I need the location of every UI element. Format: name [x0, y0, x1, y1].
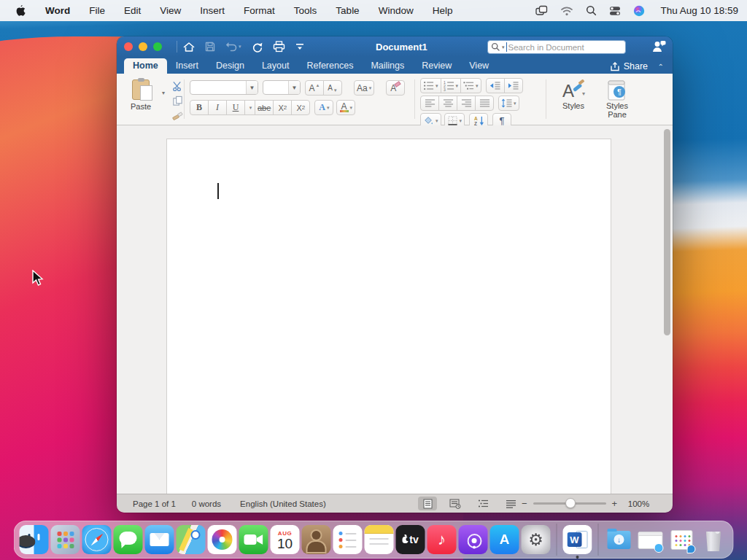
spotlight-search-icon[interactable]: [586, 5, 597, 16]
dock-word[interactable]: W: [563, 525, 592, 554]
font-name-dropdown-arrow[interactable]: ▼: [246, 81, 258, 94]
dock-trash[interactable]: [699, 525, 728, 554]
toolbar-more-icon[interactable]: [295, 42, 304, 51]
collapse-ribbon-chevron[interactable]: ⌃: [658, 63, 664, 71]
styles-pane-button[interactable]: ¶ Styles Pane: [598, 79, 636, 119]
superscript-button[interactable]: X2: [291, 100, 310, 115]
menu-app-word[interactable]: Word: [36, 5, 80, 16]
paste-button[interactable]: Paste: [124, 79, 158, 111]
dock-photos[interactable]: [208, 525, 237, 554]
tab-references[interactable]: References: [298, 58, 362, 74]
clear-formatting-button[interactable]: A: [386, 80, 405, 96]
dock-launchpad[interactable]: [51, 525, 80, 554]
page-count[interactable]: Page 1 of 1: [133, 499, 176, 508]
tab-layout[interactable]: Layout: [253, 58, 298, 74]
apple-menu[interactable]: [9, 5, 36, 17]
increase-indent-button[interactable]: [504, 78, 523, 93]
document-area[interactable]: [117, 125, 673, 494]
dock-contacts[interactable]: [302, 525, 331, 554]
align-right-button[interactable]: [457, 96, 476, 111]
numbering-button[interactable]: 123 ▾: [441, 78, 462, 93]
shrink-font-button[interactable]: A▼: [323, 80, 342, 96]
subscript-button[interactable]: X2: [273, 100, 292, 115]
tab-home[interactable]: Home: [124, 58, 167, 74]
tab-design[interactable]: Design: [207, 58, 253, 74]
underline-button[interactable]: U: [226, 100, 245, 115]
close-button[interactable]: [124, 42, 133, 51]
font-size-dropdown-arrow[interactable]: ▼: [288, 81, 300, 94]
menu-clock[interactable]: Thu Aug 10 18:59: [657, 5, 738, 16]
dock-mail[interactable]: [145, 525, 174, 554]
tab-view[interactable]: View: [460, 58, 498, 74]
print-layout-view-button[interactable]: [418, 497, 437, 510]
window-tile-icon[interactable]: [535, 5, 548, 16]
share-button[interactable]: Share: [610, 61, 648, 71]
format-painter-icon[interactable]: [172, 110, 183, 121]
grow-font-button[interactable]: A▲: [305, 80, 324, 96]
dock-safari[interactable]: [82, 525, 112, 554]
print-icon[interactable]: [273, 41, 285, 52]
dock-music[interactable]: ♪: [427, 525, 457, 554]
dock-downloads-folder[interactable]: ↓: [605, 525, 634, 554]
zoom-slider-thumb[interactable]: [565, 498, 576, 508]
bullets-button[interactable]: ▾: [420, 78, 441, 93]
zoom-in-button[interactable]: +: [612, 498, 618, 509]
zoom-slider[interactable]: [533, 502, 606, 505]
cut-icon[interactable]: [172, 81, 183, 92]
wifi-icon[interactable]: [560, 6, 573, 16]
justify-button[interactable]: [475, 96, 494, 111]
siri-icon[interactable]: [633, 5, 645, 17]
text-effects-button[interactable]: A▾: [314, 100, 333, 115]
copy-icon[interactable]: [172, 96, 183, 106]
search-input[interactable]: [508, 43, 611, 52]
menu-table[interactable]: Table: [326, 5, 368, 16]
menu-format[interactable]: Format: [234, 5, 285, 16]
web-layout-view-button[interactable]: [446, 497, 465, 510]
menu-help[interactable]: Help: [423, 5, 462, 16]
font-size-combobox[interactable]: ▼: [263, 80, 301, 95]
vertical-scrollbar[interactable]: [664, 129, 670, 335]
menu-edit[interactable]: Edit: [115, 5, 150, 16]
dock-system-preferences[interactable]: ⚙: [522, 525, 551, 554]
dock-reminders[interactable]: [333, 525, 363, 554]
dock-maps[interactable]: [177, 525, 206, 554]
strikethrough-button[interactable]: abe: [255, 100, 274, 115]
paste-dropdown-arrow[interactable]: ▾: [162, 90, 165, 96]
draft-view-button[interactable]: [501, 497, 520, 510]
tab-insert[interactable]: Insert: [167, 58, 207, 74]
decrease-indent-button[interactable]: [486, 78, 505, 93]
undo-button[interactable]: ▾: [225, 42, 241, 52]
line-spacing-button[interactable]: ▾: [498, 96, 519, 111]
dock-calendar[interactable]: AUG 10: [271, 525, 300, 554]
control-center-icon[interactable]: [609, 6, 621, 16]
zoom-out-button[interactable]: −: [522, 498, 527, 509]
menu-tools[interactable]: Tools: [285, 5, 327, 16]
dock-facetime[interactable]: [239, 525, 268, 554]
home-icon[interactable]: [183, 42, 195, 52]
align-left-button[interactable]: [420, 96, 439, 111]
menu-window[interactable]: Window: [369, 5, 423, 16]
menu-file[interactable]: File: [80, 5, 115, 16]
underline-dropdown-arrow[interactable]: ▾: [244, 100, 255, 115]
menu-insert[interactable]: Insert: [190, 5, 234, 16]
tab-mailings[interactable]: Mailings: [362, 58, 413, 74]
minimize-button[interactable]: [139, 42, 147, 51]
dock-notes[interactable]: [365, 525, 394, 554]
redo-icon[interactable]: [252, 42, 263, 52]
dock-color-grid-file[interactable]: [667, 525, 697, 554]
search-box[interactable]: ▾: [487, 40, 626, 54]
menu-view[interactable]: View: [150, 5, 190, 16]
font-color-button[interactable]: A ▾: [336, 100, 355, 115]
dock-safari-window-file[interactable]: [636, 525, 665, 554]
dock-podcasts[interactable]: [459, 525, 488, 554]
save-icon[interactable]: [205, 42, 215, 52]
multilevel-list-button[interactable]: ▾: [460, 78, 481, 93]
word-count[interactable]: 0 words: [192, 499, 221, 508]
outline-view-button[interactable]: [473, 497, 492, 510]
align-center-button[interactable]: [438, 96, 457, 111]
document-page[interactable]: [166, 139, 611, 494]
dock-apple-tv[interactable]: tv: [396, 525, 425, 554]
dock-app-store[interactable]: A: [490, 525, 519, 554]
styles-button[interactable]: A ▾ Styles: [554, 79, 592, 119]
language-status[interactable]: English (United States): [240, 499, 326, 508]
